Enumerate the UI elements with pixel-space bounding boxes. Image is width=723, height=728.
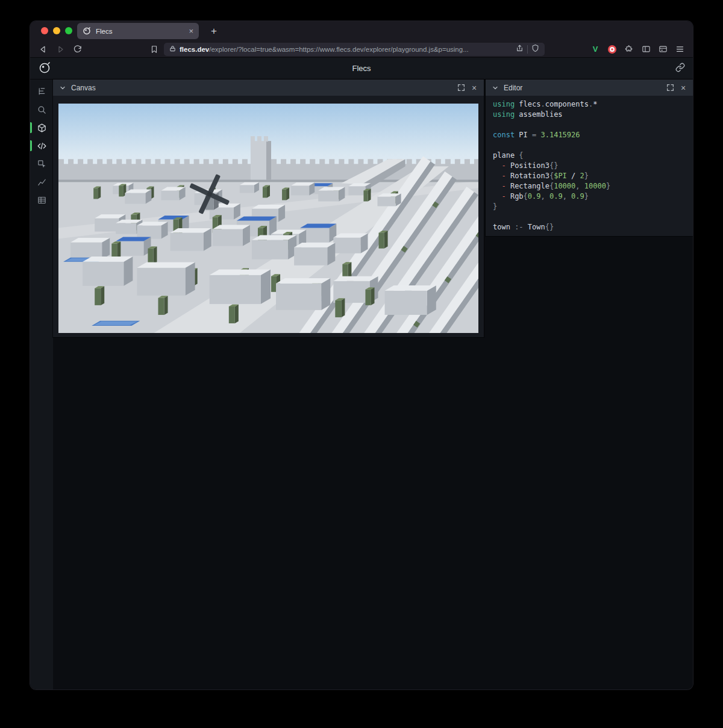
url-bar-divider	[527, 45, 528, 54]
left-icon-bar	[30, 79, 53, 689]
expand-panel-icon[interactable]	[456, 83, 466, 93]
sidebar-item-search[interactable]	[34, 102, 49, 117]
canvas-panel: Canvas ×	[53, 79, 484, 337]
reload-button[interactable]	[70, 42, 84, 57]
browser-window: Flecs × + flecs.dev/	[30, 21, 693, 689]
sidebar-item-inspector[interactable]	[34, 156, 49, 172]
close-panel-icon[interactable]: ×	[678, 83, 688, 93]
sidebar-item-code-editor[interactable]	[34, 138, 49, 154]
sidebar-item-stats-chart[interactable]	[34, 174, 49, 190]
bookmark-icon[interactable]	[147, 42, 161, 57]
tab-close-icon[interactable]: ×	[189, 27, 193, 35]
url-path: /explorer/?local=true&wasm=https://www.f…	[209, 46, 469, 53]
app-menu-icon[interactable]	[672, 42, 687, 57]
canvas-panel-body	[53, 96, 484, 338]
extension-v-icon[interactable]: V	[588, 42, 602, 57]
zoom-window-button[interactable]	[65, 27, 72, 34]
share-icon[interactable]	[516, 44, 524, 55]
sidebar-item-data-table[interactable]	[34, 192, 49, 208]
tab-strip: Flecs × +	[30, 21, 693, 41]
lock-icon	[169, 44, 176, 55]
favicon-flecs-icon	[83, 26, 91, 36]
url-text: flecs.dev/explorer/?local=true&wasm=http…	[180, 46, 512, 53]
canvas-3d-scene[interactable]	[58, 104, 478, 333]
expand-panel-icon[interactable]	[665, 83, 675, 93]
flecs-logo-icon[interactable]	[38, 61, 51, 76]
forward-button[interactable]	[53, 42, 67, 57]
window-controls	[41, 27, 72, 34]
url-bar[interactable]: flecs.dev/explorer/?local=true&wasm=http…	[164, 43, 545, 56]
close-window-button[interactable]	[41, 27, 48, 34]
tab-collections-icon[interactable]	[656, 42, 670, 57]
browser-tab[interactable]: Flecs ×	[77, 23, 199, 39]
canvas-panel-header[interactable]: Canvas ×	[53, 79, 484, 96]
app-header: Flecs	[30, 58, 693, 79]
editor-panel-header[interactable]: Editor ×	[486, 79, 693, 96]
url-domain: flecs.dev	[180, 46, 209, 53]
sidebar-item-entity-tree[interactable]	[34, 84, 49, 99]
page-title: Flecs	[30, 64, 693, 73]
editor-panel-title: Editor	[504, 84, 522, 92]
chevron-down-icon[interactable]	[58, 83, 67, 93]
close-panel-icon[interactable]: ×	[469, 83, 479, 93]
new-tab-button[interactable]: +	[207, 24, 221, 39]
canvas-panel-title: Canvas	[71, 84, 96, 92]
editor-panel: Editor × using flecs.components.*using a…	[486, 79, 693, 236]
extensions-puzzle-icon[interactable]	[622, 42, 636, 57]
main-content: Canvas ×	[30, 79, 693, 689]
minimize-window-button[interactable]	[53, 27, 60, 34]
navigation-bar: flecs.dev/explorer/?local=true&wasm=http…	[30, 41, 693, 58]
screenshot-stage: Flecs × + flecs.dev/	[0, 0, 723, 728]
editor-code[interactable]: using flecs.components.*using assemblies…	[486, 96, 693, 232]
share-link-icon[interactable]	[675, 63, 685, 75]
shield-icon[interactable]	[531, 44, 539, 55]
sidebar-item-scene-cube[interactable]	[34, 120, 49, 135]
sidebar-toggle-icon[interactable]	[639, 42, 653, 57]
chevron-down-icon[interactable]	[490, 83, 500, 93]
back-button[interactable]	[36, 42, 51, 57]
extension-red-icon[interactable]	[605, 42, 619, 57]
tab-title: Flecs	[96, 28, 184, 35]
